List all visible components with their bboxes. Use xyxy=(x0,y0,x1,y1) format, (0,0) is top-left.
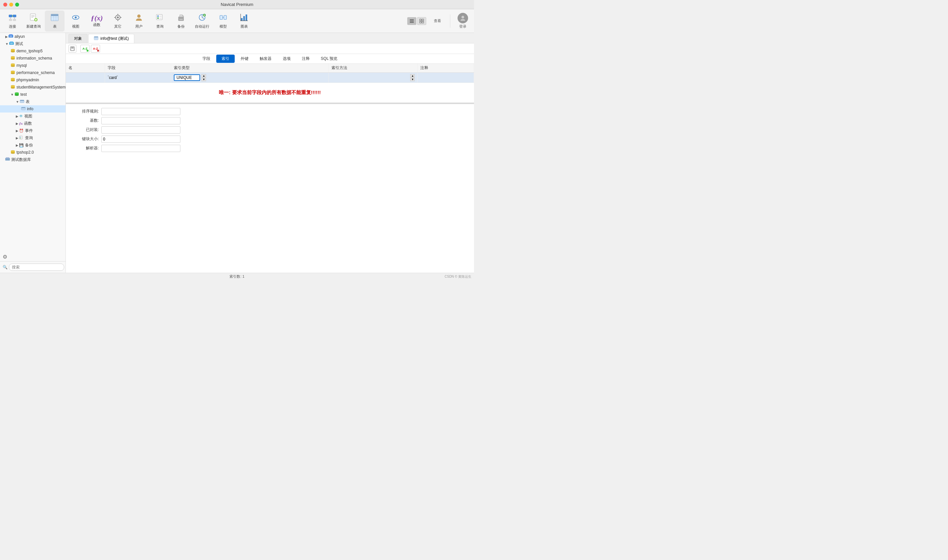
sidebar-item-aliyun[interactable]: ▶ aliyun xyxy=(0,33,66,40)
row-comment-cell[interactable] xyxy=(418,72,474,83)
parser-label: 解析器: xyxy=(72,145,99,151)
index-data-table: 名 字段 索引类型 索引方法 注释 `card` xyxy=(66,64,474,83)
sidebar-settings-icon[interactable]: ⚙ xyxy=(3,254,7,260)
row-index-method-cell[interactable]: ▲ ▼ xyxy=(328,72,418,83)
properties-panel: 排序规则: 基数: 已封装: 键块大小: 解析器: xyxy=(66,104,474,158)
parser-input[interactable] xyxy=(102,145,180,152)
sidebar-item-mysql[interactable]: mysql xyxy=(0,62,66,69)
close-button[interactable] xyxy=(3,3,7,6)
sidebar-item-test-db[interactable]: ▼ test xyxy=(0,91,66,98)
subtab-triggers[interactable]: 触发器 xyxy=(254,55,277,63)
backup-button[interactable]: 备份 xyxy=(171,11,191,32)
packed-input[interactable] xyxy=(102,126,180,134)
sidebar-tree: ▶ aliyun ▼ xyxy=(0,33,66,252)
other-label: 其它 xyxy=(114,24,122,29)
message-area: 唯一: 要求当前字段内的所有数据不能重复!!!!!! xyxy=(66,83,474,103)
sidebar-item-perf-schema[interactable]: performance_schema xyxy=(0,69,66,76)
index-method-stepper[interactable]: ▲ ▼ xyxy=(331,74,415,81)
sidebar-item-ceshi-conn[interactable]: ▼ 测试 xyxy=(0,40,66,48)
subtab-options[interactable]: 选项 xyxy=(277,55,296,63)
sidebar-item-queries-category[interactable]: ▶ 查询 xyxy=(0,134,66,142)
inner-toolbar: A-Z A-Z xyxy=(66,43,474,54)
views-category-label: 视图 xyxy=(25,114,32,119)
base-input[interactable] xyxy=(102,117,180,125)
user-button[interactable]: 用户 xyxy=(129,11,149,32)
svg-point-3 xyxy=(12,15,13,17)
new-query-button[interactable]: 新建查询 xyxy=(24,11,43,32)
stepper-up[interactable]: ▲ xyxy=(202,74,206,78)
subtab-foreign-keys[interactable]: 外键 xyxy=(235,55,254,63)
sidebar-item-phpmyadmin[interactable]: phpmyadmin xyxy=(0,76,66,83)
model-button[interactable]: 模型 xyxy=(213,11,233,32)
tpshop2-icon xyxy=(11,150,15,155)
method-stepper-up[interactable]: ▲ xyxy=(410,74,415,78)
svg-point-67 xyxy=(11,51,15,52)
sidebar-item-tables-category[interactable]: ▼ 表 xyxy=(0,98,66,105)
tables-category-icon xyxy=(20,99,25,104)
table-icon xyxy=(50,13,59,23)
events-collapse-icon: ▶ xyxy=(16,129,18,132)
sidebar-item-info-schema[interactable]: information_schema xyxy=(0,55,66,62)
grid-view-button[interactable] xyxy=(417,17,426,25)
other-button[interactable]: 其它 xyxy=(108,11,128,32)
view-menu-button[interactable]: 查看 xyxy=(429,11,446,32)
sidebar-item-backups-category[interactable]: ▶ 💾 备份 xyxy=(0,142,66,149)
method-stepper-down[interactable]: ▼ xyxy=(410,78,415,81)
sidebar-item-info-table[interactable]: info xyxy=(0,105,66,112)
connect-icon xyxy=(8,13,17,23)
functions-collapse-icon: ▶ xyxy=(16,122,18,125)
auto-run-button[interactable]: 自动运行 xyxy=(192,11,212,32)
connect-label: 连接 xyxy=(9,24,16,29)
titlebar: Navicat Premium xyxy=(0,0,474,9)
queries-category-icon xyxy=(19,135,24,140)
view-button[interactable]: 视图 xyxy=(66,11,86,32)
sidebar-item-events-category[interactable]: ▶ ⏰ 事件 xyxy=(0,127,66,134)
sidebar-item-ceshi-db[interactable]: 测试数据库 xyxy=(0,156,66,163)
backup-label: 备份 xyxy=(177,24,185,29)
sidebar-item-views-category[interactable]: ▶ 👁 视图 xyxy=(0,112,66,120)
status-right-text: CSDN © 黄陈运生 xyxy=(445,274,472,279)
table-label: 表 xyxy=(53,24,57,29)
svg-rect-92 xyxy=(22,107,25,108)
subtab-indexes[interactable]: 索引 xyxy=(216,55,235,63)
index-type-input[interactable] xyxy=(174,74,200,81)
model-label: 模型 xyxy=(220,24,227,29)
sidebar-item-demo-tpshop5[interactable]: demo_tpshop5 xyxy=(0,48,66,55)
row-index-type-cell[interactable]: ▲ ▼ xyxy=(171,72,329,83)
save-button[interactable] xyxy=(68,45,76,53)
svg-point-98 xyxy=(20,137,20,138)
connect-button[interactable]: 连接 xyxy=(3,11,22,32)
svg-rect-1 xyxy=(13,15,16,17)
tab-info-test[interactable]: info@test (测试) xyxy=(88,34,134,43)
subtab-fields[interactable]: 字段 xyxy=(197,55,216,63)
svg-point-97 xyxy=(20,137,20,137)
ceshi-collapse-icon: ▼ xyxy=(5,42,9,46)
login-button[interactable]: 登录 xyxy=(454,11,472,32)
sidebar-item-tpshop2[interactable]: tpshop2.0 xyxy=(0,149,66,156)
block-size-input[interactable] xyxy=(102,135,180,143)
maximize-button[interactable] xyxy=(15,3,19,6)
svg-rect-44 xyxy=(241,18,243,21)
backups-category-label: 备份 xyxy=(25,143,33,148)
subtab-comments[interactable]: 注释 xyxy=(297,55,315,63)
search-input[interactable] xyxy=(9,263,64,271)
sidebar-item-student-mgmt[interactable]: studentManagementSystem xyxy=(0,83,66,91)
function-button[interactable]: ƒ(x) 函数 xyxy=(87,11,106,32)
sort-asc-button[interactable]: A-Z xyxy=(80,45,89,53)
chart-button[interactable]: 图表 xyxy=(234,11,254,32)
tab-objects[interactable]: 对象 xyxy=(68,34,88,43)
query-button[interactable]: 查询 xyxy=(150,11,170,32)
table-button[interactable]: 表 xyxy=(45,11,65,32)
sort-desc-button[interactable]: A-Z xyxy=(91,45,100,53)
minimize-button[interactable] xyxy=(9,3,13,6)
svg-rect-62 xyxy=(10,42,13,42)
stepper-down[interactable]: ▼ xyxy=(202,78,206,81)
sort-rule-input[interactable] xyxy=(102,108,180,115)
demo-tpshop5-label: demo_tpshop5 xyxy=(17,49,42,53)
sidebar-item-functions-category[interactable]: ▶ ƒx 函数 xyxy=(0,120,66,127)
table-row[interactable]: `card` ▲ ▼ xyxy=(66,72,474,83)
subtab-sql-preview[interactable]: SQL 预览 xyxy=(316,55,343,63)
list-view-button[interactable] xyxy=(407,17,416,25)
toolbar: 连接 新建查询 表 xyxy=(0,9,474,33)
index-type-stepper[interactable]: ▲ ▼ xyxy=(202,74,206,81)
